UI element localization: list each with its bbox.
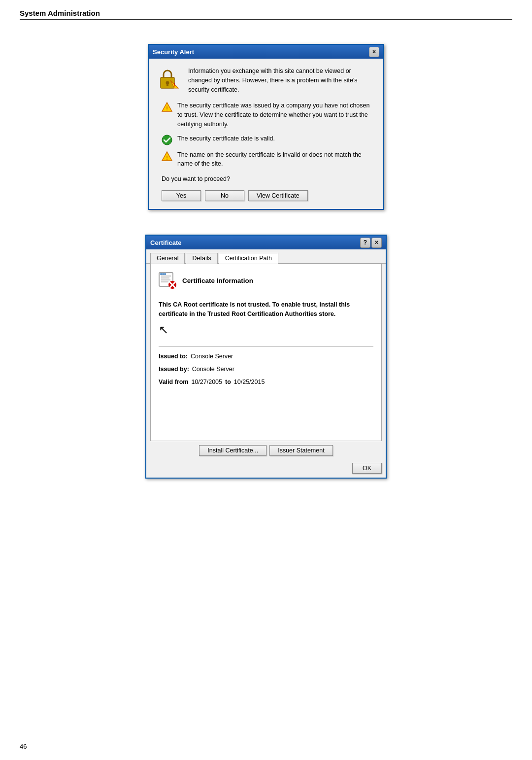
security-alert-dialog: Security Alert × [148,44,384,210]
alert-item-2: The security certificate date is valid. [162,134,375,145]
security-alert-buttons: Yes No View Certificate [157,190,375,201]
close-button[interactable]: × [369,47,379,57]
view-certificate-button[interactable]: View Certificate [248,190,308,201]
svg-text:!: ! [166,105,168,111]
alert-item-3: ! The name on the security certificate i… [162,150,375,169]
cert-info-divider [159,294,373,294]
certificate-tabs: General Details Certification Path [146,249,386,264]
security-main-text: Information you exchange with this site … [188,67,375,94]
certificate-tab-content: Certificate Information This CA Root cer… [150,264,382,441]
no-button[interactable]: No [205,190,244,201]
security-alert-content: ! Information you exchange with this sit… [149,59,383,209]
certificate-title: Certificate [150,239,182,246]
issued-by-value: Console Server [192,366,234,373]
certificate-titlebar: Certificate ? × [146,236,386,249]
check-icon [162,135,172,145]
header-rule [20,19,512,20]
svg-text:!: ! [166,154,168,160]
valid-to-word: to [225,379,231,385]
cert-issued-to: Issued to: Console Server [159,353,373,360]
cert-close-button[interactable]: × [371,238,382,248]
alert-item-text-1: The security certificate was issued by a… [177,101,375,129]
proceed-text: Do you want to proceed? [157,175,375,182]
cert-details-divider [159,346,373,347]
cert-help-button[interactable]: ? [360,238,370,248]
issued-to-value: Console Server [191,353,233,360]
cert-ok-row: OK [146,460,386,478]
warning-icon-2: ! [162,151,172,162]
alert-item-text-3: The name on the security certificate is … [177,150,375,169]
valid-from-label: Valid from [159,379,188,385]
alert-item-text-2: The security certificate date is valid. [177,134,275,143]
dialog-wrapper: Security Alert × [0,24,532,479]
yes-button[interactable]: Yes [162,190,201,201]
page-header: System Administration [0,0,532,24]
svg-text:!: ! [173,83,175,88]
svg-point-15 [160,273,162,275]
install-certificate-button[interactable]: Install Certificate... [199,445,266,456]
cert-ok-button[interactable]: OK [352,463,382,474]
svg-rect-2 [166,83,168,86]
tab-general[interactable]: General [150,253,185,264]
tab-certification-path[interactable]: Certification Path [219,253,278,264]
svg-point-17 [164,273,166,275]
cert-valid-from: Valid from 10/27/2005 to 10/25/2015 [159,379,373,385]
security-alert-titlebar: Security Alert × [149,45,383,59]
valid-to-value: 10/25/2015 [234,379,265,385]
issued-to-label: Issued to: [159,353,188,360]
alert-item-1: ! The security certificate was issued by… [162,101,375,129]
svg-point-16 [162,273,164,275]
security-alert-title: Security Alert [153,48,194,56]
cert-warning-text: This CA Root certificate is not trusted.… [159,300,373,319]
page-title: System Administration [20,9,512,17]
certificate-dialog: Certificate ? × General Details Certific… [145,235,387,479]
cert-info-header: Certificate Information [159,272,373,289]
cert-issued-by: Issued by: Console Server [159,366,373,373]
titlebar-buttons: × [369,47,379,57]
cursor-icon: ↖ [159,323,373,337]
security-lock-icon: ! [157,67,181,91]
cert-bottom-buttons: Install Certificate... Issuer Statement [150,445,382,456]
issued-by-label: Issued by: [159,366,189,373]
alert-items: ! The security certificate was issued by… [157,101,375,169]
warning-icon-1: ! [162,102,172,112]
valid-from-value: 10/27/2005 [191,379,222,385]
security-alert-body: ! Information you exchange with this sit… [157,67,375,94]
cert-titlebar-buttons: ? × [360,238,382,248]
issuer-statement-button[interactable]: Issuer Statement [269,445,333,456]
page-number: 46 [20,743,27,750]
tab-details[interactable]: Details [186,253,217,264]
cert-info-title: Certificate Information [182,277,253,284]
cert-icon [159,272,177,289]
